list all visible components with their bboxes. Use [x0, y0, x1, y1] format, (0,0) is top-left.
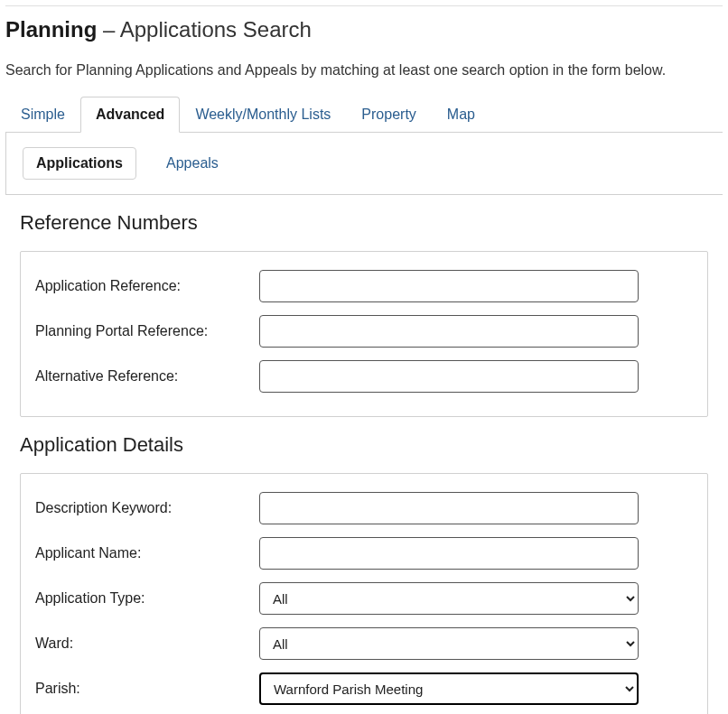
parish-select[interactable]: Warnford Parish Meeting [259, 672, 639, 705]
sub-tabs: Applications Appeals [23, 147, 706, 180]
form-row: Parish: Warnford Parish Meeting [35, 672, 693, 705]
form-row: Applicant Name: [35, 537, 693, 570]
page-title-rest: – Applications Search [97, 17, 311, 42]
planning-portal-reference-input[interactable] [259, 315, 639, 348]
section-title-reference-numbers: Reference Numbers [20, 211, 708, 235]
tab-property[interactable]: Property [346, 97, 431, 133]
planning-portal-reference-label: Planning Portal Reference: [35, 323, 259, 339]
parish-label: Parish: [35, 681, 259, 697]
main-tabs: Simple Advanced Weekly/Monthly Lists Pro… [5, 97, 723, 133]
application-type-select[interactable]: All [259, 582, 639, 615]
reference-numbers-box: Application Reference: Planning Portal R… [20, 251, 708, 417]
sub-tabs-container: Applications Appeals [5, 133, 723, 195]
form-row: Ward: All [35, 627, 693, 660]
alternative-reference-input[interactable] [259, 360, 639, 393]
section-title-application-details: Application Details [20, 433, 708, 457]
applicant-name-label: Applicant Name: [35, 545, 259, 561]
description-keyword-input[interactable] [259, 492, 639, 524]
application-reference-label: Application Reference: [35, 278, 259, 294]
form-row: Application Reference: [35, 270, 693, 302]
tab-map[interactable]: Map [432, 97, 490, 133]
applicant-name-input[interactable] [259, 537, 639, 570]
tab-simple[interactable]: Simple [5, 97, 80, 133]
form-row: Description Keyword: [35, 492, 693, 524]
ward-select[interactable]: All [259, 627, 639, 660]
subtab-applications[interactable]: Applications [23, 147, 136, 180]
section-application-details: Application Details Description Keyword:… [5, 417, 723, 714]
application-details-box: Description Keyword: Applicant Name: App… [20, 473, 708, 714]
page-title-bold: Planning [5, 17, 97, 42]
application-reference-input[interactable] [259, 270, 639, 302]
form-row: Planning Portal Reference: [35, 315, 693, 348]
form-row: Alternative Reference: [35, 360, 693, 393]
ward-label: Ward: [35, 635, 259, 652]
tab-advanced[interactable]: Advanced [80, 97, 180, 133]
section-reference-numbers: Reference Numbers Application Reference:… [5, 195, 723, 417]
page-title: Planning – Applications Search [5, 17, 723, 42]
tab-weekly-monthly-lists[interactable]: Weekly/Monthly Lists [180, 97, 346, 133]
subtab-appeals[interactable]: Appeals [153, 147, 232, 180]
page-description: Search for Planning Applications and App… [5, 62, 723, 79]
form-row: Application Type: All [35, 582, 693, 615]
application-type-label: Application Type: [35, 590, 259, 607]
alternative-reference-label: Alternative Reference: [35, 368, 259, 385]
description-keyword-label: Description Keyword: [35, 500, 259, 516]
